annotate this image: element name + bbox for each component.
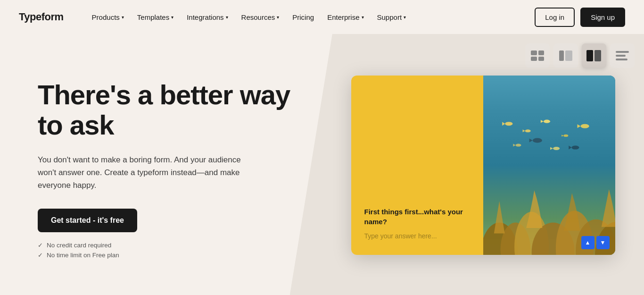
- svg-point-23: [571, 146, 579, 150]
- cta-button[interactable]: Get started - it's free: [38, 209, 137, 232]
- chevron-down-icon: ▾: [277, 15, 279, 20]
- chevron-down-icon: ▾: [171, 15, 173, 20]
- svg-point-17: [515, 144, 521, 147]
- svg-point-7: [505, 122, 512, 126]
- hero-checks: No credit card required No time limit on…: [38, 242, 294, 259]
- form-question: First things first...what's your name?: [364, 207, 470, 227]
- grid-icon: [531, 51, 544, 61]
- svg-marker-12: [540, 120, 543, 123]
- nav-enterprise[interactable]: Enterprise ▾: [322, 9, 369, 25]
- chevron-down-icon: ▾: [362, 15, 364, 20]
- svg-point-21: [532, 138, 542, 143]
- svg-marker-14: [561, 135, 563, 136]
- svg-point-9: [525, 129, 530, 132]
- check-no-credit-card: No credit card required: [38, 242, 294, 249]
- fish-svg: [490, 93, 609, 192]
- chevron-down-icon: ▾: [226, 15, 228, 20]
- check-no-time-limit: No time limit on Free plan: [38, 252, 294, 259]
- svg-marker-16: [577, 124, 580, 128]
- svg-marker-18: [513, 144, 515, 147]
- form-next-button[interactable]: ▼: [596, 236, 610, 249]
- nav-pricing[interactable]: Pricing: [287, 9, 320, 25]
- svg-point-19: [553, 147, 560, 150]
- form-yellow-panel: First things first...what's your name? T…: [351, 76, 483, 255]
- hero-subtitle: You don't want to make a boring form. An…: [38, 153, 245, 192]
- hero-right: First things first...what's your name? T…: [322, 34, 644, 295]
- hero-section: There's a better way to ask You don't wa…: [0, 34, 644, 295]
- sidebar-icon: [559, 51, 572, 61]
- nav-actions: Log in Sign up: [535, 8, 625, 27]
- nav-support[interactable]: Support ▾: [372, 9, 412, 25]
- form-prev-button[interactable]: ▲: [581, 236, 594, 249]
- navbar: Typeform Products ▾ Templates ▾ Integrat…: [0, 0, 644, 34]
- chevron-down-icon: ▾: [122, 15, 124, 20]
- nav-templates[interactable]: Templates ▾: [132, 9, 179, 25]
- svg-point-13: [563, 135, 568, 137]
- nav-integrations[interactable]: Integrations ▾: [181, 9, 233, 25]
- svg-point-11: [543, 120, 550, 123]
- svg-point-15: [580, 124, 589, 128]
- svg-marker-10: [522, 129, 525, 132]
- layout-switcher: [525, 43, 635, 68]
- brand-logo[interactable]: Typeform: [19, 11, 64, 23]
- form-image-panel: ▲ ▼: [483, 76, 615, 255]
- chevron-down-icon: ▾: [404, 15, 406, 20]
- svg-marker-20: [550, 147, 553, 150]
- form-answer-placeholder[interactable]: Type your answer here...: [364, 232, 470, 240]
- nav-resources[interactable]: Resources ▾: [236, 9, 285, 25]
- form-preview-card: First things first...what's your name? T…: [351, 76, 615, 255]
- layout-sidebar-button[interactable]: [553, 43, 578, 68]
- lines-icon: [616, 51, 629, 60]
- layout-grid-button[interactable]: [525, 43, 550, 68]
- signup-button[interactable]: Sign up: [580, 8, 625, 27]
- half-layout-icon: [586, 50, 602, 61]
- layout-lines-button[interactable]: [610, 43, 635, 68]
- hero-left: There's a better way to ask You don't wa…: [0, 34, 322, 295]
- nav-products[interactable]: Products ▾: [86, 9, 130, 25]
- form-navigation: ▲ ▼: [581, 236, 610, 249]
- svg-marker-24: [569, 146, 571, 150]
- svg-marker-8: [502, 122, 505, 126]
- layout-half-button[interactable]: [582, 43, 606, 68]
- hero-title: There's a better way to ask: [38, 80, 294, 140]
- svg-marker-22: [529, 138, 532, 142]
- nav-items: Products ▾ Templates ▾ Integrations ▾ Re…: [86, 9, 535, 25]
- login-button[interactable]: Log in: [535, 8, 575, 27]
